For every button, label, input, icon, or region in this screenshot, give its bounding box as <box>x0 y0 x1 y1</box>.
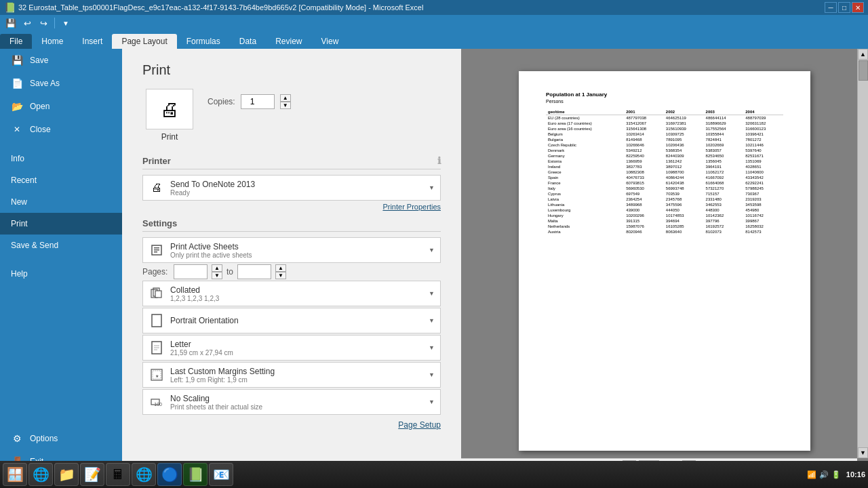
taskbar-excel[interactable]: 📗 <box>183 463 208 486</box>
copies-down[interactable]: ▼ <box>280 102 291 109</box>
preview-area: ▲ ▼ Population at 1 January Persons geo\… <box>461 49 868 473</box>
active-sheets-sub: Only print the active sheets <box>170 251 429 259</box>
pages-from-input[interactable] <box>174 264 208 279</box>
table-row: Denmark5349212536835453830575397640 <box>546 148 783 153</box>
close-button[interactable]: ✕ <box>852 2 864 13</box>
tab-formulas[interactable]: Formulas <box>177 34 230 49</box>
sidebar-spacer <box>0 141 122 148</box>
table-row: Euro area (17 countries)3154120673169723… <box>546 121 783 126</box>
sidebar-flex <box>0 285 122 427</box>
scroll-up-arrow[interactable]: ▲ <box>858 49 868 60</box>
taskbar-blue[interactable]: 🔵 <box>157 463 182 486</box>
sidebar-item-info[interactable]: Info <box>0 148 122 169</box>
portrait-setting[interactable]: Portrait Orientation ▼ <box>142 308 441 333</box>
taskbar-notepad[interactable]: 📝 <box>80 463 104 486</box>
sidebar-item-close[interactable]: ✕ Close <box>0 118 122 141</box>
scaling-main: No Scaling <box>170 394 429 403</box>
pages-to-spinners: ▲ ▼ <box>275 264 286 279</box>
sidebar-info-label: Info <box>11 154 24 163</box>
scroll-thumb[interactable] <box>859 60 868 81</box>
tab-file[interactable]: File <box>0 34 32 49</box>
print-icon-button[interactable]: 🖨 <box>146 89 193 129</box>
taskbar-calc[interactable]: 🖩 <box>106 463 130 486</box>
sidebar-item-open[interactable]: 📂 Open <box>0 95 122 118</box>
margins-icon: ★ <box>149 367 165 383</box>
table-row: Luxembourg439000444050448300454980 <box>546 207 783 213</box>
col-2001: 2001 <box>624 109 664 115</box>
printer-selector[interactable]: 🖨 Send To OneNote 2013 Ready ▼ <box>142 175 441 201</box>
sidebar-item-save[interactable]: 💾 Save <box>0 49 122 72</box>
sidebar-saveas-label: Save As <box>30 79 60 88</box>
qa-more-button[interactable]: ▼ <box>59 16 73 30</box>
tab-review[interactable]: Review <box>266 34 311 49</box>
pages-to-input[interactable] <box>237 264 271 279</box>
title-bar: 📗 32 Eurostat_Table_tps00001FlagDesc_e9c… <box>0 0 868 15</box>
sidebar-item-print[interactable]: Print <box>0 213 122 235</box>
save-qa-button[interactable]: 💾 <box>4 16 18 30</box>
redo-qa-button[interactable]: ↪ <box>37 16 50 30</box>
tab-page-layout[interactable]: Page Layout <box>112 34 176 49</box>
active-sheets-main: Print Active Sheets <box>170 242 429 251</box>
copies-section: Copies: ▲ ▼ <box>208 89 291 109</box>
sidebar-options-label: Options <box>30 434 58 443</box>
undo-qa-button[interactable]: ↩ <box>20 16 34 30</box>
sidebar-new-label: New <box>11 197 27 207</box>
page-setup-link[interactable]: Page Setup <box>142 420 441 430</box>
pages-from-spinners: ▲ ▼ <box>212 264 222 279</box>
sidebar-item-recent[interactable]: Recent <box>0 169 122 191</box>
tab-home[interactable]: Home <box>32 34 73 49</box>
scaling-setting[interactable]: 100 No Scaling Print sheets at their act… <box>142 389 441 415</box>
taskbar-email[interactable]: 📧 <box>209 463 233 486</box>
sidebar-item-savesend[interactable]: Save & Send <box>0 235 122 256</box>
margins-text: Last Custom Margins Setting Left: 1,9 cm… <box>170 367 429 384</box>
tab-data[interactable]: Data <box>230 34 266 49</box>
qa-separator <box>54 18 55 28</box>
table-row: Spain40476733408642444166709243343542 <box>546 175 783 180</box>
scroll-down-arrow[interactable]: ▼ <box>858 447 868 458</box>
taskbar-browser2[interactable]: 🌐 <box>132 463 156 486</box>
start-button[interactable]: 🪟 <box>3 463 27 486</box>
tab-insert[interactable]: Insert <box>73 34 112 49</box>
table-row: Ireland3837783389701239641914028651 <box>546 164 783 169</box>
letter-main: Letter <box>170 340 429 349</box>
pages-from-up[interactable]: ▲ <box>212 264 222 272</box>
pages-to-up[interactable]: ▲ <box>275 264 286 272</box>
taskbar-files[interactable]: 📁 <box>54 463 79 486</box>
collated-icon <box>149 285 165 302</box>
collated-setting[interactable]: Collated 1,2,3 1,2,3 1,2,3 ▼ <box>142 281 441 306</box>
sidebar-item-help[interactable]: Help <box>0 263 122 285</box>
pages-to-down[interactable]: ▼ <box>275 272 286 279</box>
table-row: France60793815614204386166406862292241 <box>546 180 783 186</box>
sidebar-item-saveas[interactable]: 📄 Save As <box>0 72 122 95</box>
tab-view[interactable]: View <box>312 34 349 49</box>
pages-row: Pages: ▲ ▼ to ▲ ▼ <box>142 264 441 279</box>
col-2003: 2003 <box>704 109 744 115</box>
sidebar-recent-label: Recent <box>11 176 37 185</box>
sidebar-item-new[interactable]: New <box>0 191 122 213</box>
saveas-icon: 📄 <box>11 77 23 89</box>
letter-setting[interactable]: Letter 21,59 cm x 27,94 cm ▼ <box>142 335 441 361</box>
pages-label: Pages: <box>142 267 170 277</box>
portrait-text: Portrait Orientation <box>170 316 429 325</box>
system-clock[interactable]: 10:16 <box>846 470 865 479</box>
margins-setting[interactable]: ★ Last Custom Margins Setting Left: 1,9 … <box>142 362 441 388</box>
preview-scrollbar[interactable]: ▲ ▼ <box>857 49 868 458</box>
minimize-button[interactable]: ─ <box>825 2 837 13</box>
table-row: Italy56960530569937485732127057988245 <box>546 186 783 191</box>
main-container: 💾 Save 📄 Save As 📂 Open ✕ Close Info Rec… <box>0 49 868 473</box>
maximize-button[interactable]: □ <box>838 2 850 13</box>
copies-label: Copies: <box>208 97 235 106</box>
taskbar-browser1[interactable]: 🌐 <box>28 463 53 486</box>
active-sheets-setting[interactable]: Print Active Sheets Only print the activ… <box>142 237 441 263</box>
info-icon[interactable]: ℹ <box>437 155 441 166</box>
active-sheets-text: Print Active Sheets Only print the activ… <box>170 242 429 259</box>
sidebar-item-options[interactable]: ⚙ Options <box>0 427 122 450</box>
collated-arrow: ▼ <box>429 290 435 297</box>
copies-row: Copies: ▲ ▼ <box>208 94 291 109</box>
printer-properties-link[interactable]: Printer Properties <box>382 203 441 211</box>
copies-input[interactable] <box>241 94 275 109</box>
copies-up[interactable]: ▲ <box>280 94 291 102</box>
save-icon: 💾 <box>11 54 23 66</box>
settings-label: Settings <box>142 218 177 228</box>
pages-from-down[interactable]: ▼ <box>212 272 222 279</box>
